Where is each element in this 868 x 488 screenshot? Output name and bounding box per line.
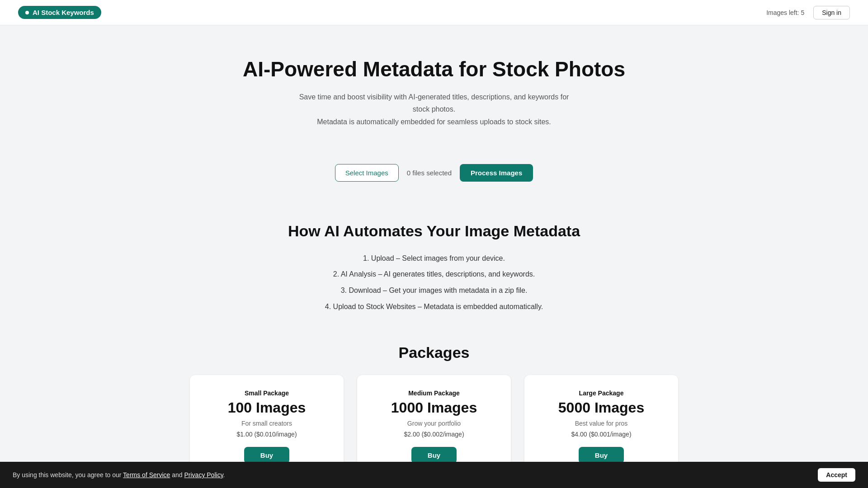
large-package-type: Large Package (579, 389, 624, 397)
small-package-type: Small Package (245, 389, 289, 397)
cookie-text: By using this website, you agree to our … (13, 471, 813, 479)
logo-text: AI Stock Keywords (33, 9, 94, 16)
actions-row: Select Images 0 files selected Process I… (0, 164, 868, 182)
logo[interactable]: AI Stock Keywords (18, 6, 101, 19)
hero-subtitle: Save time and boost visibility with AI-g… (294, 91, 574, 128)
step-4: 4. Upload to Stock Websites – Metadata i… (325, 301, 543, 313)
hero-subtitle-line2: Metadata is automatically embedded for s… (317, 118, 551, 126)
hero-subtitle-line1: Save time and boost visibility with AI-g… (299, 93, 569, 113)
medium-package-desc: Grow your portfolio (407, 420, 461, 427)
logo-dot (25, 11, 29, 14)
cookie-accept-button[interactable]: Accept (818, 468, 855, 482)
terms-of-service-link[interactable]: Terms of Service (123, 471, 170, 479)
how-title: How AI Automates Your Image Metadata (18, 222, 850, 240)
cookie-banner: By using this website, you agree to our … (0, 462, 868, 488)
cookie-text-suffix: . (223, 471, 225, 479)
hero-title: AI-Powered Metadata for Stock Photos (18, 57, 850, 82)
large-package-price: $4.00 ($0.001/image) (571, 431, 631, 438)
large-package-desc: Best value for pros (575, 420, 628, 427)
large-package-images: 5000 Images (558, 399, 644, 416)
large-package-buy-button[interactable]: Buy (579, 447, 624, 464)
files-selected-text: 0 files selected (407, 169, 452, 177)
step-3: 3. Download – Get your images with metad… (341, 285, 528, 296)
sign-in-button[interactable]: Sign in (813, 6, 850, 19)
small-package-price: $1.00 ($0.010/image) (236, 431, 297, 438)
medium-package-type: Medium Package (408, 389, 460, 397)
medium-package-price: $2.00 ($0.002/image) (404, 431, 464, 438)
small-package-images: 100 Images (228, 399, 306, 416)
nav-right: Images left: 5 Sign in (766, 6, 850, 19)
step-1: 1. Upload – Select images from your devi… (363, 253, 505, 264)
steps-list: 1. Upload – Select images from your devi… (18, 253, 850, 312)
hero-section: AI-Powered Metadata for Stock Photos Sav… (0, 25, 868, 146)
packages-title: Packages (18, 344, 850, 361)
select-images-button[interactable]: Select Images (335, 164, 399, 182)
how-section: How AI Automates Your Image Metadata 1. … (0, 204, 868, 321)
small-package-desc: For small creators (241, 420, 292, 427)
process-images-button[interactable]: Process Images (460, 164, 533, 182)
step-2: 2. AI Analysis – AI generates titles, de… (333, 268, 535, 280)
cookie-text-prefix: By using this website, you agree to our (13, 471, 123, 479)
medium-package-images: 1000 Images (391, 399, 477, 416)
cookie-and-text: and (170, 471, 184, 479)
navbar: AI Stock Keywords Images left: 5 Sign in (0, 0, 868, 25)
privacy-policy-link[interactable]: Privacy Policy (184, 471, 223, 479)
small-package-buy-button[interactable]: Buy (244, 447, 289, 464)
medium-package-buy-button[interactable]: Buy (411, 447, 457, 464)
images-left-label: Images left: 5 (766, 9, 804, 16)
